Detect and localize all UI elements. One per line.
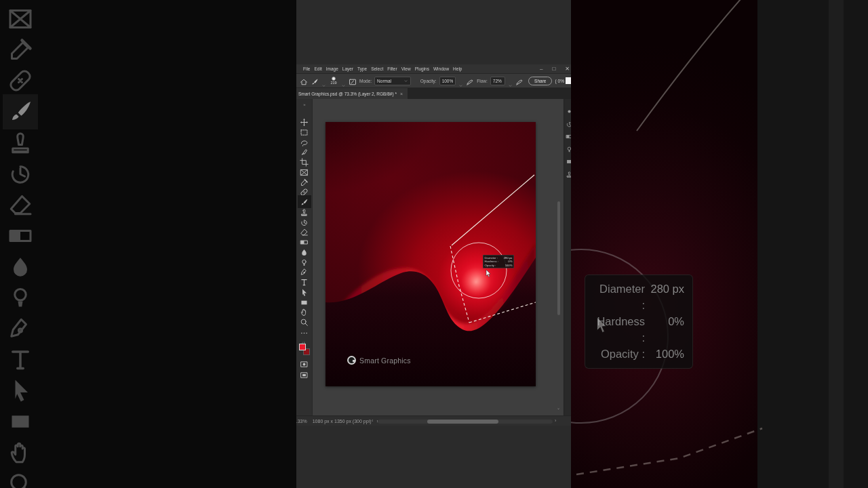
crop-tool[interactable] [300, 157, 309, 166]
pen-path-solid-line [452, 175, 534, 245]
minimize-button[interactable]: – [540, 64, 542, 74]
brush-tool[interactable] [300, 197, 309, 206]
menu-edit[interactable]: Edit [314, 66, 321, 71]
hscroll-right-arrow[interactable]: › [555, 418, 556, 423]
horizontal-scrollbar-track[interactable] [378, 420, 553, 424]
healing-brush-tool[interactable] [300, 187, 309, 196]
frame-tool[interactable] [300, 167, 309, 176]
tab-close-icon[interactable]: × [400, 92, 403, 96]
options-bar: 219 Mode: Normal Opacity: 100% Flow: 72%… [296, 74, 571, 88]
tooltip-diameter-label: Diameter : [593, 281, 645, 313]
bg-enlarged-eraser-tool-icon [7, 191, 34, 218]
home-icon[interactable] [300, 77, 308, 85]
tooltip-opacity-label: Opacity : [593, 346, 645, 362]
blur-tool[interactable] [300, 247, 309, 256]
chevron-down-icon[interactable] [321, 79, 326, 83]
menu-select[interactable]: Select [371, 66, 383, 71]
lasso-tool[interactable] [300, 138, 309, 146]
dock-panel-icon[interactable] [566, 131, 571, 139]
blend-mode-select[interactable]: Normal [374, 77, 411, 85]
zoom-tool[interactable] [300, 317, 309, 326]
tool-preset-brush-icon[interactable] [311, 77, 319, 85]
dock-panel-icon[interactable] [566, 169, 571, 177]
smoothing-value: 0% [558, 79, 564, 83]
menu-image[interactable]: Image [326, 66, 338, 71]
eraser-tool[interactable] [300, 227, 309, 236]
move-tool[interactable] [300, 117, 309, 126]
screen-mode-icon[interactable] [300, 370, 309, 379]
bg-enlarged-healing-tool-icon [7, 67, 34, 94]
screenshot-stage: FileEditImageLayerTypeSelectFilterViewPl… [0, 0, 868, 488]
hand-tool[interactable] [300, 307, 309, 316]
opacity-label: Opacity: [420, 79, 437, 83]
canvas[interactable]: Diameter :280 px Hardness :0% Opacity :1… [326, 122, 536, 386]
menu-items: FileEditImageLayerTypeSelectFilterViewPl… [296, 66, 462, 71]
menu-help[interactable]: Help [453, 66, 462, 71]
flow-label: Flow: [477, 79, 488, 83]
hscroll-left-arrow[interactable]: ‹ [372, 418, 373, 423]
work-area: » [296, 99, 571, 415]
quick-mask-icon[interactable] [300, 359, 309, 368]
watermark: Smart Graphics [347, 356, 411, 365]
artwork [326, 122, 536, 386]
dock-panel-icon[interactable] [566, 144, 571, 152]
zoom-level[interactable]: 73.33% [296, 419, 307, 424]
maximize-button[interactable]: □ [552, 64, 555, 74]
chevron-down-icon[interactable] [341, 79, 346, 83]
menu-view[interactable]: View [401, 66, 411, 71]
smoothing-input[interactable] [566, 77, 571, 84]
opacity-select[interactable]: 100% [439, 77, 456, 85]
menu-file[interactable]: File [303, 66, 310, 71]
edit-toolbar-icon[interactable] [300, 328, 309, 337]
clone-stamp-tool[interactable] [300, 207, 309, 216]
share-button[interactable]: Share [528, 77, 552, 85]
menu-plugins[interactable]: Plugins [415, 66, 429, 71]
pen-tool[interactable] [300, 267, 309, 276]
object-selection-tool[interactable] [300, 147, 309, 156]
menu-type[interactable]: Type [357, 66, 367, 71]
marquee-tool[interactable] [300, 127, 309, 136]
vertical-scrollbar[interactable] [557, 201, 560, 315]
mouse-cursor-icon [486, 270, 491, 278]
brush-preset-picker[interactable]: 219 [329, 77, 338, 85]
brush-settings-panel-icon[interactable] [349, 77, 357, 85]
gradient-tool[interactable] [300, 237, 309, 246]
vertical-scrollbar-arrow[interactable]: ⌄ [557, 405, 560, 410]
shape-tool[interactable] [300, 298, 309, 306]
bg-enlarged-solid-line [637, 0, 746, 131]
history-brush-tool[interactable] [300, 218, 309, 226]
chevron-down-icon[interactable] [508, 79, 513, 83]
smoothing-control[interactable]: ( 0% [555, 77, 571, 84]
watermark-logo-icon [347, 356, 356, 365]
flow-select[interactable]: 72% [490, 77, 505, 85]
foreground-color-swatch[interactable] [299, 344, 306, 350]
bg-enlarged-type-tool-icon [7, 346, 34, 373]
bg-enlarged-brush-tool-icon [7, 98, 34, 125]
document-info: 1080 px x 1350 px (300 ppi) [313, 419, 372, 424]
bg-enlarged-stamp-tool-icon [7, 129, 34, 157]
dodge-tool[interactable] [300, 258, 309, 266]
swap-colors-icon[interactable] [300, 338, 308, 343]
document-tab[interactable]: Smart Graphics.psd @ 73.3% (Layer 2, RGB… [296, 88, 408, 99]
brush-size-value: 219 [330, 81, 336, 85]
status-text: 73.33% 1080 px x 1350 px (300 ppi) › [296, 419, 378, 424]
menu-filter[interactable]: Filter [387, 66, 397, 71]
menu-bar: FileEditImageLayerTypeSelectFilterViewPl… [296, 64, 571, 74]
status-bar: 73.33% 1080 px x 1350 px (300 ppi) › ‹ › [296, 415, 571, 426]
eyedropper-tool[interactable] [300, 178, 309, 186]
dock-panel-icon[interactable] [566, 119, 571, 127]
close-button[interactable]: ✕ [565, 64, 570, 74]
tooltip-opacity-label: Opacity : [485, 264, 496, 268]
horizontal-scrollbar-thumb[interactable] [427, 420, 498, 424]
path-selection-tool[interactable] [300, 287, 309, 296]
chevron-down-icon[interactable] [458, 79, 463, 83]
menu-window[interactable]: Window [433, 66, 449, 71]
dock-panel-icon[interactable] [566, 106, 571, 114]
toolbar-collapse-icon[interactable]: » [296, 102, 313, 106]
type-tool[interactable] [300, 277, 309, 286]
pressure-opacity-icon[interactable] [466, 77, 474, 85]
airbrush-icon[interactable] [515, 77, 524, 85]
menu-layer[interactable]: Layer [342, 66, 353, 71]
blend-mode-value: Normal [377, 79, 391, 83]
dock-panel-icon[interactable] [566, 156, 571, 164]
